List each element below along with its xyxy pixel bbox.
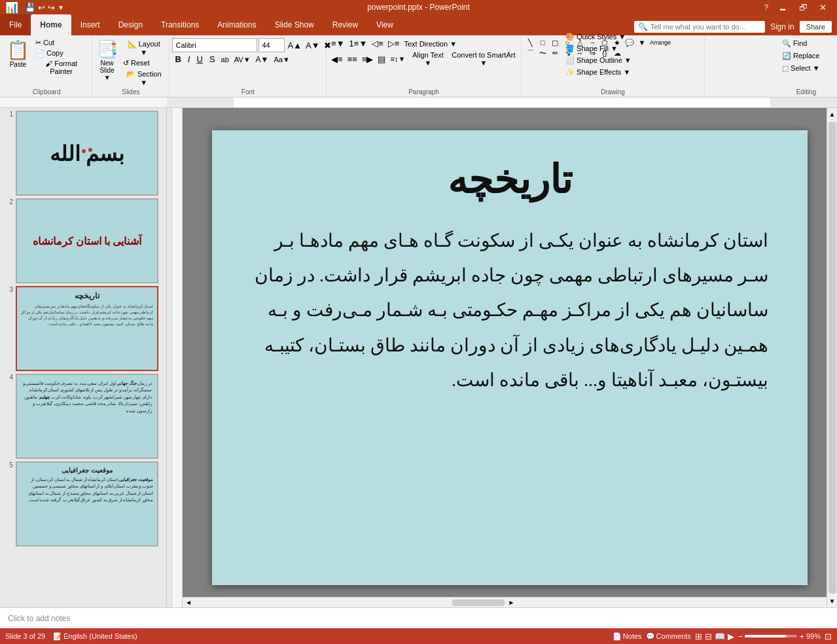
restore-button[interactable]: 🗗 <box>794 3 813 12</box>
italic-button[interactable]: I <box>185 54 193 65</box>
select-button[interactable]: ⬚ Select ▼ <box>779 63 833 74</box>
tab-view[interactable]: View <box>367 14 402 35</box>
notes-area[interactable]: Click to add notes <box>0 607 837 628</box>
shape-line2[interactable]: ⌒ <box>524 48 536 58</box>
decrease-indent-button[interactable]: ◁≡ <box>370 38 385 49</box>
shape-outline-button[interactable]: ⬜ Shape Outline ▼ <box>563 55 634 66</box>
scroll-left-button[interactable]: ◄ <box>183 598 194 607</box>
numbering-button[interactable]: 1≡▼ <box>347 38 370 49</box>
shape-line[interactable]: ╲ <box>524 38 536 47</box>
slideshow-button[interactable]: ▶ <box>728 632 734 641</box>
minimize-button[interactable]: 🗕 <box>774 3 792 12</box>
notes-button[interactable]: 📄 Notes <box>613 632 642 641</box>
search-input[interactable] <box>650 23 761 31</box>
line-spacing-button[interactable]: ≡↕▼ <box>388 54 407 63</box>
slide-thumbnail-4[interactable]: 4 در زمان جنگ جهانی اول ایران سعی مدد به… <box>4 374 162 459</box>
quick-styles-button[interactable]: 🎨 Quick Styles ▼ <box>563 31 634 43</box>
text-direction-button[interactable]: Text Direction ▼ <box>402 39 459 48</box>
shape-fill-button[interactable]: 🪣 Shape Fill ▼ <box>563 43 634 54</box>
scroll-down-button[interactable]: ▼ <box>828 595 837 607</box>
replace-button[interactable]: 🔄 Replace <box>779 50 833 62</box>
redo-button[interactable]: ↪ <box>48 3 55 12</box>
columns-button[interactable]: Align Text ▼ <box>408 50 448 67</box>
shape-freeform[interactable]: ✏ <box>549 48 561 58</box>
zoom-slider[interactable] <box>745 635 797 637</box>
slide-panel-scrollbar[interactable] <box>167 108 172 607</box>
customize-qa-button[interactable]: ▼ <box>58 4 64 11</box>
reading-view-button[interactable]: 📖 <box>715 632 725 641</box>
undo-button[interactable]: ↩ <box>38 3 45 12</box>
close-button[interactable]: ✕ <box>814 3 832 12</box>
tab-file[interactable]: File <box>0 14 31 35</box>
slide-thumbnail-2[interactable]: 2 آشنایی با استان کرمانشاه <box>4 198 162 283</box>
shape-more[interactable]: ▼ <box>636 38 648 47</box>
cut-button[interactable]: ✂ Cut <box>33 38 89 48</box>
slide-thumbnail-5[interactable]: 5 موقعیت جغرافیایی موقعیت جغرافیایی استا… <box>4 461 162 546</box>
tab-insert[interactable]: Insert <box>71 14 109 35</box>
zoom-out-button[interactable]: − <box>738 632 743 641</box>
section-button[interactable]: 📂 Section ▼ <box>121 69 167 87</box>
increase-font-button[interactable]: A▲ <box>286 40 303 51</box>
canvas-scrollbar-h[interactable]: ◄ ► <box>183 597 827 607</box>
tab-review[interactable]: Review <box>323 14 367 35</box>
shadow-button[interactable]: ab <box>219 55 231 64</box>
bullets-button[interactable]: ≡▼ <box>329 38 346 49</box>
help-button[interactable]: ? <box>760 3 772 12</box>
shape-curve[interactable]: 〜 <box>537 48 548 58</box>
tab-design[interactable]: Design <box>109 14 152 35</box>
slide-thumbnail-3[interactable]: 3 تاریخچه استان کرمانشاه به عنوان یکی از… <box>4 286 162 371</box>
align-center-button[interactable]: ≡≡ <box>346 54 359 65</box>
comments-button[interactable]: 💬 Comments <box>646 632 691 641</box>
canvas-area: تاریخچه استان کرمانشاه به عنوان یکـی از … <box>172 108 837 607</box>
char-spacing-button[interactable]: AV▼ <box>232 55 253 64</box>
scroll-up-button[interactable]: ▲ <box>828 108 837 120</box>
new-slide-button[interactable]: 📑 NewSlide ▼ <box>95 38 119 82</box>
slide-thumbnail-1[interactable]: 1 بسم الله <box>4 111 162 196</box>
scroll-right-button[interactable]: ► <box>506 598 518 607</box>
fit-slide-button[interactable]: ⊡ <box>825 632 832 641</box>
tab-transitions[interactable]: Transitions <box>152 14 208 35</box>
save-button[interactable]: 💾 <box>25 3 35 12</box>
share-button[interactable]: Share <box>800 21 832 33</box>
slide-notes-status-button[interactable]: 📝 English (United States) <box>53 632 137 641</box>
justify-button[interactable]: ▤ <box>376 54 387 65</box>
tab-slideshow[interactable]: Slide Show <box>266 14 323 35</box>
font-color-button[interactable]: A▼ <box>254 54 271 65</box>
copy-button[interactable]: 📄 Copy <box>33 48 89 58</box>
slide-canvas[interactable]: تاریخچه استان کرمانشاه به عنوان یکـی از … <box>212 130 808 585</box>
arrange-button[interactable]: Arrange <box>649 38 672 47</box>
increase-indent-button[interactable]: ▷≡ <box>386 38 402 49</box>
shape-round-rect[interactable]: ▢ <box>549 38 561 47</box>
underline-button[interactable]: U <box>194 54 205 65</box>
canvas-scrollbar-v[interactable]: ▲ ▼ <box>827 108 837 607</box>
align-right-button[interactable]: ≡▶ <box>360 54 376 65</box>
svg-point-1 <box>82 149 86 153</box>
signin-button[interactable]: Sign in <box>770 22 794 31</box>
slide-title[interactable]: تاریخچه <box>212 130 808 210</box>
font-size-input[interactable] <box>258 38 285 52</box>
decrease-font-button[interactable]: A▼ <box>304 40 321 51</box>
shape-rect[interactable]: □ <box>537 38 548 47</box>
paste-button[interactable]: 📋 Paste <box>4 38 32 69</box>
tab-animations[interactable]: Animations <box>208 14 265 35</box>
change-case-button[interactable]: Aa▼ <box>272 55 291 64</box>
font-name-input[interactable] <box>172 38 257 52</box>
slide-number-1: 1 <box>4 111 13 118</box>
notes-icon: 📝 <box>53 632 62 641</box>
layout-button[interactable]: 📐 Layout ▼ <box>121 39 167 57</box>
strikethrough-button[interactable]: S <box>207 54 218 65</box>
zoom-in-button[interactable]: + <box>799 632 804 641</box>
format-painter-button[interactable]: 🖌 Format Painter <box>33 59 89 76</box>
tab-home[interactable]: Home <box>31 14 71 35</box>
find-button[interactable]: 🔍 Find <box>779 38 833 49</box>
convert-smartart-button[interactable]: Convert to SmartArt ▼ <box>449 50 518 67</box>
align-left-button[interactable]: ◀≡ <box>329 54 345 65</box>
slide-1-content: بسم الله <box>28 118 146 188</box>
slide-body[interactable]: استان کرمانشاه به عنوان یکـی از سکونت گـ… <box>212 210 808 410</box>
reset-button[interactable]: ↺ Reset <box>121 58 167 68</box>
slide-sorter-button[interactable]: ⊟ <box>705 632 712 641</box>
normal-view-button[interactable]: ⊞ <box>695 632 702 641</box>
bold-button[interactable]: B <box>172 54 183 65</box>
quick-access-toolbar: 📊 💾 ↩ ↪ ▼ <box>5 1 64 14</box>
shape-effects-button[interactable]: ✨ Shape Effects ▼ <box>563 67 634 78</box>
